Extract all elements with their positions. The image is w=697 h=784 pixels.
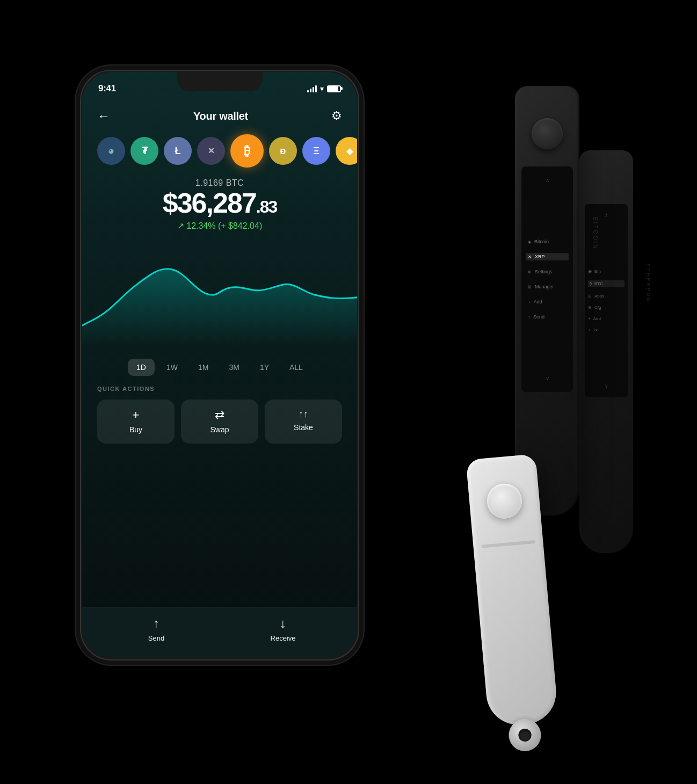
ledger-white-accent: [481, 540, 535, 548]
send-button[interactable]: ↑ Send: [135, 616, 178, 642]
quick-actions-label: QUICK ACTIONS: [97, 386, 342, 392]
volume-down-button[interactable]: [80, 210, 81, 232]
menu2-item-5: +Add: [588, 316, 625, 321]
chart-area: [82, 269, 357, 346]
ledger-device-black-2: ∧ ◉Eth ₿BTC ⊞Apps ⊕Cfg +Add: [579, 150, 633, 553]
menu2-item-3: ⊞Apps: [588, 294, 625, 299]
coin-ripple[interactable]: ✕: [197, 137, 225, 165]
time-btn-3m[interactable]: 3M: [220, 359, 248, 376]
receive-button[interactable]: ↓ Receive: [262, 616, 304, 642]
balance-section: 1.9169 BTC $36,287.83 ↗ 12.34% (+ $842.0…: [82, 175, 357, 233]
settings-button[interactable]: ⚙: [331, 109, 342, 123]
crypto-balance: 1.9169 BTC: [97, 178, 342, 188]
scene: 9:41 ▾ ←: [53, 43, 644, 741]
ledger-menu-2: ◉Eth ₿BTC ⊞Apps ⊕Cfg +Add ↑Tx: [588, 269, 625, 332]
ledger-body-1: ∧ ◈Bitcoin ✕XRP ⊕Settings ⊞Manager: [515, 86, 579, 516]
nav-down-icon-2: ∨: [605, 383, 608, 389]
ledger-connector-inner: [518, 728, 532, 742]
phone-device: 9:41 ▾ ←: [80, 70, 359, 660]
menu2-item-4: ⊕Cfg: [588, 305, 625, 310]
ledger-label-2: Ethereum: [645, 263, 651, 303]
action-buttons: + Buy ⇄ Swap ↑↑ Stake: [97, 400, 342, 444]
send-label: Send: [148, 634, 164, 642]
bottom-bar: ↑ Send ↓ Receive: [82, 607, 357, 658]
buy-icon: +: [133, 409, 140, 421]
stake-button[interactable]: ↑↑ Stake: [265, 400, 342, 444]
menu2-item-6: ↑Tx: [588, 328, 625, 332]
fiat-whole: $36,287: [163, 187, 256, 219]
time-btn-1m[interactable]: 1M: [190, 359, 217, 376]
app-header: ← Your wallet ⚙: [82, 100, 357, 129]
phone-screen: 9:41 ▾ ←: [82, 72, 357, 658]
nav-up-icon: ∧: [546, 177, 549, 183]
coin-tether[interactable]: ₮: [130, 137, 158, 165]
battery-fill: [328, 86, 338, 91]
buy-button[interactable]: + Buy: [97, 400, 175, 444]
volume-up-button[interactable]: [80, 178, 81, 200]
nav-up-icon-2: ∧: [605, 213, 608, 218]
power-button[interactable]: [358, 194, 359, 232]
ledger-label-1: Bitcoin: [593, 217, 599, 250]
swap-button[interactable]: ⇄ Swap: [181, 400, 258, 444]
fiat-balance: $36,287.83: [97, 188, 342, 219]
time-btn-1d[interactable]: 1D: [128, 359, 155, 376]
coin-binance[interactable]: ◈: [336, 137, 357, 165]
ledger-body-2: ∧ ◉Eth ₿BTC ⊞Apps ⊕Cfg +Add: [579, 150, 633, 553]
stake-label: Stake: [294, 423, 313, 432]
menu-item-3: ⊕Settings: [526, 268, 569, 275]
balance-change: ↗ 12.34% (+ $842.04): [97, 221, 342, 231]
back-button[interactable]: ←: [97, 108, 110, 124]
coin-selector: ◕ ₮ Ł ✕ ₿ Ð Ξ ◈ A: [82, 129, 357, 175]
status-icons: ▾: [307, 84, 341, 93]
phone-notch: [177, 72, 263, 91]
stake-icon: ↑↑: [299, 409, 308, 419]
menu-item-6: ↑Send: [526, 313, 569, 321]
menu2-item-2: ₿BTC: [588, 280, 625, 287]
time-btn-1w[interactable]: 1W: [158, 359, 186, 376]
coin-dogecoin[interactable]: Ð: [269, 137, 297, 165]
coin-unknown[interactable]: ◕: [97, 137, 125, 165]
ledger-top-button[interactable]: [532, 118, 563, 149]
battery-icon: [327, 85, 341, 92]
ledger-device-black-1: ∧ ◈Bitcoin ✕XRP ⊕Settings ⊞Manager: [515, 86, 579, 516]
coin-litecoin[interactable]: Ł: [164, 137, 192, 165]
fiat-cents: .83: [256, 197, 277, 216]
nav-down-icon: ∨: [546, 375, 549, 381]
menu-item-2: ✕XRP: [526, 253, 569, 260]
buy-label: Buy: [129, 425, 142, 434]
signal-bar-4: [315, 85, 317, 92]
receive-icon: ↓: [280, 616, 286, 631]
signal-bar-1: [307, 90, 309, 92]
signal-bar-2: [310, 89, 311, 92]
quick-actions-section: QUICK ACTIONS + Buy ⇄ Swap ↑↑ Stake: [82, 386, 357, 452]
menu-item-5: +Add: [526, 298, 569, 306]
price-chart: [82, 233, 357, 351]
chart-svg: [82, 244, 357, 346]
page-title: Your wallet: [193, 110, 248, 122]
menu2-item-1: ◉Eth: [588, 269, 625, 274]
swap-label: Swap: [210, 425, 229, 434]
time-selector: 1D 1W 1M 3M 1Y ALL: [82, 351, 357, 386]
ledger-screen-1: ∧ ◈Bitcoin ✕XRP ⊕Settings ⊞Manager: [521, 166, 573, 392]
ledger-white-button[interactable]: [485, 482, 523, 520]
swap-icon: ⇄: [215, 409, 224, 421]
signal-icon: [307, 85, 317, 92]
time-btn-1y[interactable]: 1Y: [251, 359, 278, 376]
ledger-screen-2: ∧ ◉Eth ₿BTC ⊞Apps ⊕Cfg +Add: [585, 204, 628, 397]
menu-item-1: ◈Bitcoin: [526, 238, 569, 245]
signal-bar-3: [313, 87, 314, 92]
menu-item-4: ⊞Manager: [526, 283, 569, 291]
ledger-menu: ◈Bitcoin ✕XRP ⊕Settings ⊞Manager +Add: [526, 238, 569, 321]
screen-content: ← Your wallet ⚙ ◕ ₮ Ł ✕ ₿ Ð Ξ ◈ A: [82, 100, 357, 658]
time-btn-all[interactable]: ALL: [281, 359, 311, 376]
coin-bitcoin[interactable]: ₿: [230, 134, 264, 168]
coin-ethereum[interactable]: Ξ: [302, 137, 330, 165]
wifi-icon: ▾: [320, 84, 324, 93]
ledger-connector-circle: [507, 717, 542, 752]
status-time: 9:41: [98, 83, 116, 94]
receive-label: Receive: [271, 634, 296, 642]
send-icon: ↑: [153, 616, 159, 631]
